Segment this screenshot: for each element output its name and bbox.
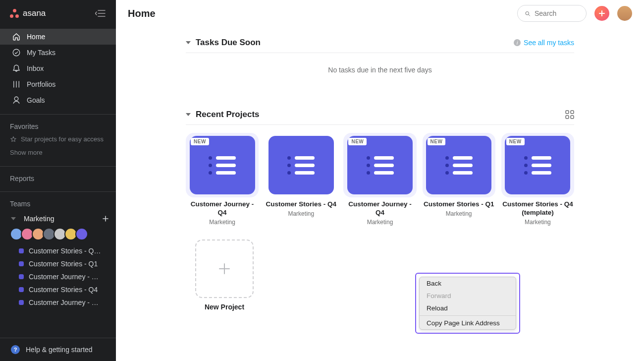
list-icon <box>445 156 473 175</box>
project-color-dot <box>19 300 24 305</box>
sidebar-project-item[interactable]: Customer Stories - Q… <box>0 244 116 257</box>
svg-point-0 <box>13 49 20 56</box>
project-color-dot <box>19 248 24 253</box>
caret-down-icon[interactable] <box>186 41 191 44</box>
favorites-show-more[interactable]: Show more <box>0 147 116 160</box>
svg-rect-3 <box>566 111 569 114</box>
new-badge: NEW <box>348 138 367 145</box>
project-name: Customer Stories - Q4 <box>29 286 98 294</box>
global-search[interactable] <box>517 5 587 22</box>
context-menu-separator <box>420 315 516 316</box>
avatar[interactable] <box>75 228 88 241</box>
star-outline-icon <box>10 136 17 143</box>
brand-name: asana <box>23 8 46 18</box>
context-menu-item[interactable]: Back <box>420 277 516 290</box>
portfolios-icon <box>12 80 21 89</box>
list-icon <box>287 156 315 175</box>
project-card[interactable]: Customer Stories - Q4Marketing <box>265 133 337 226</box>
project-card-title: Customer Stories - Q1 <box>423 200 495 209</box>
sidebar-item-goals[interactable]: Goals <box>0 92 116 108</box>
project-name: Customer Stories - Q1 <box>29 260 98 268</box>
project-card[interactable]: NEWCustomer Journey - Q4Marketing <box>186 133 259 226</box>
project-color-dot <box>19 287 24 292</box>
list-icon <box>367 156 394 175</box>
teams-heading: Teams <box>0 192 116 211</box>
project-tile <box>268 136 334 194</box>
project-name: Customer Stories - Q… <box>29 247 101 255</box>
sidebar-item-label: My Tasks <box>27 49 55 57</box>
inbox-icon <box>12 64 21 73</box>
tasks-due-empty: No tasks due in the next five days <box>186 53 574 87</box>
project-card[interactable]: NEWCustomer Stories - Q1Marketing <box>423 133 495 226</box>
sidebar-item-my-tasks[interactable]: My Tasks <box>0 45 116 60</box>
tasks-due-title: Tasks Due Soon <box>196 38 261 48</box>
project-name: Customer Journey - … <box>29 273 99 281</box>
layout-toggle[interactable] <box>565 110 574 119</box>
sidebar-project-item[interactable]: Customer Journey - … <box>0 296 116 309</box>
reports-heading[interactable]: Reports <box>0 167 116 185</box>
omnibutton-create[interactable] <box>594 6 609 21</box>
help-label: Help & getting started <box>26 346 93 354</box>
project-color-dot <box>19 261 24 266</box>
grid-icon <box>565 110 574 119</box>
see-all-tasks-link[interactable]: i See all my tasks <box>514 39 574 47</box>
topbar: Home <box>116 0 644 27</box>
list-icon <box>524 156 551 175</box>
project-cards: NEWCustomer Journey - Q4MarketingCustome… <box>186 125 574 226</box>
team-project-list: Customer Stories - Q…Customer Stories - … <box>0 244 116 309</box>
favorites-hint: Star projects for easy access <box>0 133 116 147</box>
collapse-sidebar-button[interactable] <box>94 7 107 20</box>
project-color-dot <box>19 274 24 279</box>
team-name: Marketing <box>24 215 54 223</box>
new-project-tile <box>195 240 254 298</box>
project-card-title: Customer Journey - Q4 <box>343 200 416 217</box>
context-menu-item[interactable]: Reload <box>420 302 516 314</box>
sidebar-item-inbox[interactable]: Inbox <box>0 60 116 76</box>
favorites-hint-text: Star projects for easy access <box>21 135 104 143</box>
main: Home Tasks Due Soon i See all <box>116 0 644 361</box>
project-card-title: Customer Stories - Q4 (template) <box>501 200 574 217</box>
goals-icon <box>12 96 21 105</box>
sidebar-item-home[interactable]: Home <box>0 29 116 45</box>
search-icon <box>525 10 531 17</box>
sidebar-project-item[interactable]: Customer Journey - … <box>0 270 116 283</box>
sidebar-project-item[interactable]: Customer Stories - Q1 <box>0 257 116 270</box>
sidebar-item-portfolios[interactable]: Portfolios <box>0 76 116 92</box>
new-project-card[interactable]: New Project <box>186 240 263 311</box>
team-row-marketing[interactable]: Marketing <box>0 211 116 226</box>
project-card-team: Marketing <box>186 219 259 226</box>
profile-avatar[interactable] <box>617 6 632 21</box>
sidebar-item-label: Home <box>27 33 45 41</box>
new-badge: NEW <box>191 138 209 145</box>
favorites-heading: Favorites <box>0 115 116 133</box>
context-menu-item[interactable]: Copy Page Link Address <box>420 317 516 329</box>
search-input[interactable] <box>535 9 579 17</box>
context-menu-highlight: BackForwardReloadCopy Page Link Address <box>415 273 520 334</box>
content: Tasks Due Soon i See all my tasks No tas… <box>116 27 644 361</box>
project-card[interactable]: NEWCustomer Journey - Q4Marketing <box>343 133 416 226</box>
svg-point-1 <box>14 97 18 101</box>
brand-logo[interactable]: asana <box>10 8 46 18</box>
project-card[interactable]: NEWCustomer Stories - Q4 (template)Marke… <box>501 133 574 226</box>
project-card-team: Marketing <box>265 210 337 217</box>
svg-rect-5 <box>566 116 569 119</box>
caret-down-icon[interactable] <box>186 113 191 116</box>
project-card-title: Customer Stories - Q4 <box>265 200 337 209</box>
svg-rect-6 <box>571 116 574 119</box>
help-link[interactable]: ? Help & getting started <box>0 338 116 361</box>
plus-icon <box>598 10 605 17</box>
sidebar-project-item[interactable]: Customer Stories - Q4 <box>0 283 116 296</box>
new-project-label: New Project <box>186 303 263 311</box>
see-all-tasks-text: See all my tasks <box>524 39 574 47</box>
project-card-title: Customer Journey - Q4 <box>186 200 259 217</box>
new-badge: NEW <box>506 138 525 145</box>
sidebar-item-label: Portfolios <box>27 80 55 88</box>
caret-down-icon <box>11 217 16 220</box>
sidebar: asana HomeMy TasksInboxPortfoliosGoals F… <box>0 0 116 361</box>
sidebar-header: asana <box>0 0 116 27</box>
primary-nav: HomeMy TasksInboxPortfoliosGoals <box>0 27 116 108</box>
menu-collapse-icon <box>95 9 106 18</box>
plus-icon <box>217 262 231 276</box>
project-card-team: Marketing <box>501 219 574 226</box>
add-to-team-button[interactable] <box>102 215 109 222</box>
